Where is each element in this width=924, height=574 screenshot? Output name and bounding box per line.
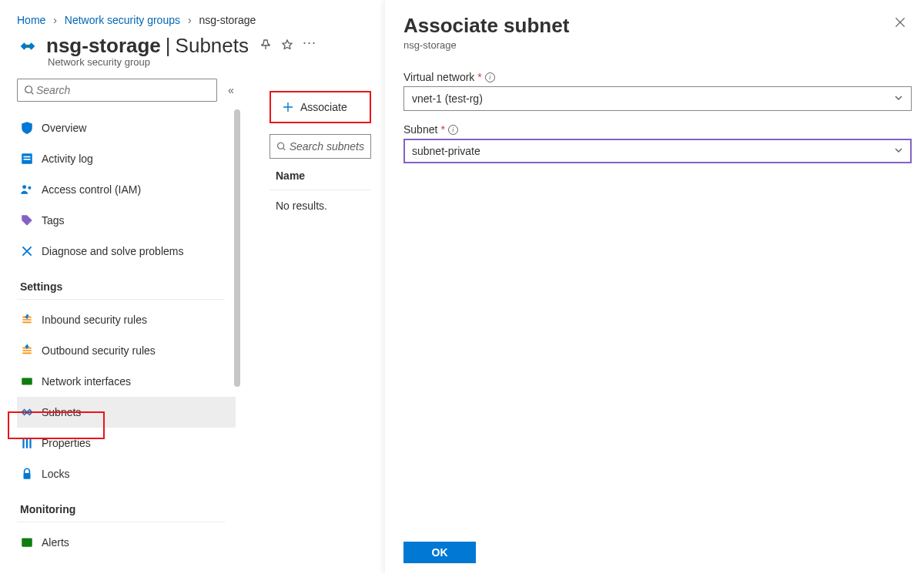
vnet-label: Virtual network* i [403,71,906,83]
lock-icon [20,467,34,481]
sidebar-search[interactable] [17,79,217,102]
subnet-search[interactable]: Search subnets [270,134,371,159]
sidebar-item-activity-log[interactable]: Activity log [17,143,236,174]
ok-button[interactable]: OK [403,542,476,563]
sidebar-item-outbound-rules[interactable]: Outbound security rules [17,335,236,366]
shield-icon [20,121,34,135]
svg-rect-3 [24,156,31,158]
chevron-down-icon [894,145,903,157]
outbound-icon [20,344,34,357]
vnet-select[interactable]: vnet-1 (test-rg) [403,86,912,111]
people-icon [20,183,34,196]
svg-rect-9 [26,438,28,448]
more-icon[interactable]: ··· [303,40,315,52]
chevron-right-icon: › [49,14,62,26]
svg-rect-7 [22,378,32,385]
svg-point-1 [25,86,32,93]
scrollbar-thumb[interactable] [234,109,240,387]
search-icon [276,141,286,152]
svg-point-13 [278,143,284,149]
subnet-icon [20,405,34,419]
sidebar-item-iam[interactable]: Access control (IAM) [17,174,236,205]
sidebar-item-properties[interactable]: Properties [17,428,236,458]
resource-type-label: Network security group [0,56,370,68]
svg-rect-10 [29,438,31,448]
sidebar-item-subnets[interactable]: Subnets [17,397,236,428]
breadcrumb-parent[interactable]: Network security groups [65,14,180,26]
nav-section-monitoring: Monitoring [17,489,225,522]
pin-icon[interactable] [259,39,272,53]
panel-title: Associate subnet [403,14,906,38]
breadcrumb-current: nsg-storage [199,14,256,26]
nav-section-settings: Settings [17,267,225,300]
nsg-icon [17,35,38,57]
sidebar-item-overview[interactable]: Overview [17,112,236,143]
svg-rect-4 [24,159,31,160]
properties-icon [20,436,34,450]
inbound-icon [20,313,34,327]
page-title: nsg-storage [46,34,161,58]
search-icon [24,85,35,96]
alerts-icon [20,535,34,549]
sidebar-item-tags[interactable]: Tags [17,205,236,236]
svg-point-5 [22,185,26,189]
sidebar-item-locks[interactable]: Locks [17,458,236,489]
breadcrumb-home[interactable]: Home [17,14,45,26]
table-empty: No results. [270,190,371,212]
chevron-right-icon: › [183,14,196,26]
svg-point-6 [28,186,31,190]
sidebar-item-diagnose[interactable]: Diagnose and solve problems [17,236,236,267]
collapse-sidebar-icon[interactable]: « [228,84,234,96]
info-icon[interactable]: i [448,125,458,135]
sidebar-item-inbound-rules[interactable]: Inbound security rules [17,304,236,335]
svg-rect-8 [22,438,24,448]
panel-subtitle: nsg-storage [403,39,906,51]
table-header-name[interactable]: Name [270,159,371,190]
sidebar-item-network-interfaces[interactable]: Network interfaces [17,366,236,397]
sidebar-search-input[interactable] [35,83,210,97]
wrench-icon [20,244,34,258]
favorite-icon[interactable] [281,39,293,53]
sidebar-item-alerts[interactable]: Alerts [17,527,236,558]
svg-rect-11 [24,473,31,479]
chevron-down-icon [894,92,903,105]
page-section: Subnets [176,34,249,58]
tag-icon [20,213,34,227]
subnet-select[interactable]: subnet-private [403,139,912,163]
close-icon[interactable] [893,15,907,32]
log-icon [20,152,34,166]
associate-subnet-panel: Associate subnet nsg-storage Virtual net… [385,0,924,574]
nic-icon [20,374,34,388]
subnet-label: Subnet* i [403,123,906,136]
plus-icon [282,101,294,113]
associate-button[interactable]: Associate [270,91,371,123]
svg-rect-12 [22,538,32,546]
info-icon[interactable]: i [485,72,495,82]
breadcrumb: Home › Network security groups › nsg-sto… [0,0,370,31]
